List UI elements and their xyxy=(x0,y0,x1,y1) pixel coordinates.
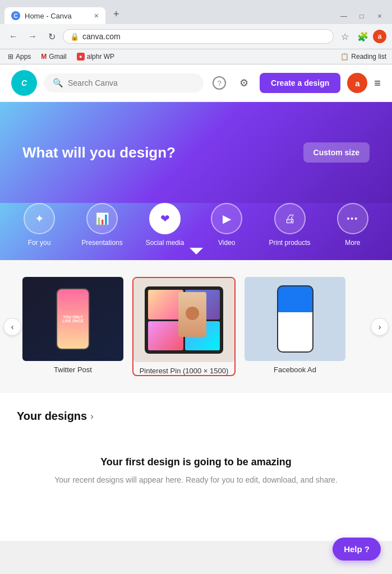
for-you-icon-circle: ✦ xyxy=(24,203,55,234)
print-icon: 🖨 xyxy=(284,212,296,225)
gear-icon: ⚙ xyxy=(239,77,248,89)
minimize-button[interactable]: — xyxy=(336,8,352,24)
browser-user-avatar[interactable]: a xyxy=(373,30,386,43)
designs-section: Your designs › Your first design is goin… xyxy=(0,393,392,525)
pinterest-pin-label: Pinterest Pin (1000 × 1500) xyxy=(133,367,234,375)
template-facebook-ad[interactable]: Facebook Ad xyxy=(245,277,345,376)
help-circle-icon: ? xyxy=(213,76,226,90)
presentations-label: Presentations xyxy=(81,239,122,247)
canva-app: C 🔍 ? ⚙ Create a design a ≡ What will yo… xyxy=(0,64,392,541)
hero-text: What will you design? xyxy=(22,144,176,161)
pinterest-tablet-mockup xyxy=(145,286,223,354)
active-indicator-arrow xyxy=(190,248,203,254)
nav-actions: ☆ 🧩 a xyxy=(337,29,386,44)
designs-title: Your designs xyxy=(17,410,87,423)
gmail-icon: M xyxy=(41,53,47,61)
tab-bar: C Home - Canva × + — □ × xyxy=(0,0,392,24)
bookmark-gmail-label: Gmail xyxy=(49,53,66,61)
template-carousel: ‹ YOU ONLYLIVE ONCE Twitter Post xyxy=(0,271,392,382)
browser-chrome: C Home - Canva × + — □ × ← → ↻ 🔒 canva.c… xyxy=(0,0,392,64)
category-social-media[interactable]: ❤ Social media xyxy=(145,203,185,247)
bookmark-star-button[interactable]: ☆ xyxy=(337,29,353,44)
canva-header: C 🔍 ? ⚙ Create a design a ≡ xyxy=(0,64,392,102)
bookmark-alphr-label: alphr WP xyxy=(87,53,114,61)
apps-grid-icon: ⊞ xyxy=(8,53,13,61)
reload-button[interactable]: ↻ xyxy=(44,29,59,44)
hero-title: What will you design? xyxy=(22,144,176,161)
heart-icon: ❤ xyxy=(160,212,170,225)
designs-empty-title: Your first design is going to be amazing xyxy=(100,456,292,468)
category-presentations[interactable]: 📊 Presentations xyxy=(81,203,122,247)
template-twitter-post[interactable]: YOU ONLYLIVE ONCE Twitter Post xyxy=(22,277,123,376)
video-icon-circle: ▶ xyxy=(211,203,242,234)
designs-empty-subtitle: Your recent designs will appear here. Re… xyxy=(54,474,338,486)
header-actions: ? ⚙ Create a design a ≡ xyxy=(210,73,381,93)
bookmark-apps[interactable]: ⊞ Apps xyxy=(6,52,33,62)
address-bar[interactable]: 🔒 canva.com xyxy=(63,29,334,44)
search-icon: 🔍 xyxy=(53,78,63,88)
extensions-button[interactable]: 🧩 xyxy=(355,29,371,44)
category-items: ✦ For you 📊 Presentations ❤ Social media… xyxy=(11,203,381,247)
designs-chevron-icon[interactable]: › xyxy=(90,411,93,422)
print-icon-circle: 🖨 xyxy=(274,203,306,234)
pinterest-pin-thumb xyxy=(133,278,234,362)
tab-close-button[interactable]: × xyxy=(94,12,99,20)
category-more[interactable]: ••• More xyxy=(333,203,372,247)
pinterest-person-photo xyxy=(178,292,206,337)
facebook-phone-mockup xyxy=(277,285,313,353)
presentations-icon-circle: 📊 xyxy=(86,203,118,234)
canva-logo[interactable]: C xyxy=(11,70,37,96)
tab-title: Home - Canva xyxy=(25,12,90,20)
carousel-left-arrow[interactable]: ‹ xyxy=(3,318,21,336)
category-print-products[interactable]: 🖨 Print products xyxy=(269,203,311,247)
bookmark-alphr[interactable]: ● alphr WP xyxy=(75,52,117,62)
lock-icon: 🔒 xyxy=(70,33,79,41)
designs-heading: Your designs › xyxy=(17,410,375,423)
address-text: canva.com xyxy=(82,32,326,41)
maximize-button[interactable]: □ xyxy=(354,8,370,24)
reading-list-label: Reading list xyxy=(351,53,386,61)
help-fab-button[interactable]: Help ? xyxy=(333,538,381,561)
nav-bar: ← → ↻ 🔒 canva.com ☆ 🧩 a xyxy=(0,24,392,49)
search-input[interactable] xyxy=(68,78,195,87)
facebook-phone-bottom xyxy=(278,312,312,351)
bookmark-gmail[interactable]: M Gmail xyxy=(39,52,68,62)
browser-close-button[interactable]: × xyxy=(372,8,388,24)
category-for-you[interactable]: ✦ For you xyxy=(20,203,59,247)
facebook-phone-top xyxy=(278,286,312,312)
help-circle-button[interactable]: ? xyxy=(210,74,228,92)
settings-button[interactable]: ⚙ xyxy=(235,74,253,92)
category-nav: ✦ For you 📊 Presentations ❤ Social media… xyxy=(0,203,392,260)
user-avatar[interactable]: a xyxy=(347,73,367,93)
facebook-ad-thumb xyxy=(245,277,345,361)
category-video[interactable]: ▶ Video xyxy=(207,203,246,247)
template-section: ‹ YOU ONLYLIVE ONCE Twitter Post xyxy=(0,260,392,393)
sparkle-icon: ✦ xyxy=(35,212,44,225)
hamburger-menu-button[interactable]: ≡ xyxy=(374,77,381,90)
search-bar[interactable]: 🔍 xyxy=(44,73,204,92)
tab-favicon: C xyxy=(11,11,20,20)
social-media-icon-circle: ❤ xyxy=(149,203,181,234)
twitter-phone-content: YOU ONLYLIVE ONCE xyxy=(57,289,89,349)
forward-button[interactable]: → xyxy=(25,29,40,44)
video-icon: ▶ xyxy=(223,212,231,225)
twitter-phone-mockup: YOU ONLYLIVE ONCE xyxy=(56,288,90,350)
carousel-right-arrow[interactable]: › xyxy=(371,318,389,336)
reading-list-icon: 📋 xyxy=(340,53,349,61)
new-tab-button[interactable]: + xyxy=(107,4,126,24)
custom-size-button[interactable]: Custom size xyxy=(303,142,370,163)
template-pinterest-pin[interactable]: Pinterest Pin (1000 × 1500) xyxy=(132,277,236,376)
facebook-ad-label: Facebook Ad xyxy=(245,365,345,374)
more-icon-circle: ••• xyxy=(337,203,368,234)
alphr-icon: ● xyxy=(77,53,85,61)
print-products-label: Print products xyxy=(269,239,311,247)
back-button[interactable]: ← xyxy=(6,29,21,44)
hero-banner: What will you design? Custom size xyxy=(0,102,392,203)
bookmarks-bar: ⊞ Apps M Gmail ● alphr WP 📋 Reading list xyxy=(0,49,392,64)
reading-list[interactable]: 📋 Reading list xyxy=(340,53,386,61)
presentation-icon: 📊 xyxy=(95,212,109,225)
active-tab[interactable]: C Home - Canva × xyxy=(4,7,105,24)
video-label: Video xyxy=(218,239,235,247)
for-you-label: For you xyxy=(28,239,51,247)
create-design-button[interactable]: Create a design xyxy=(260,73,340,93)
